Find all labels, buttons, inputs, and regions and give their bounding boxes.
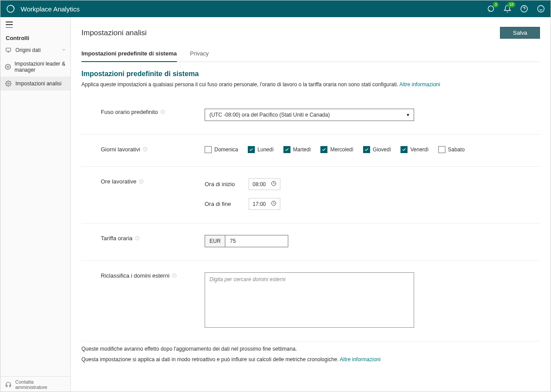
note-line-1: Queste modifiche avranno effetto dopo l'… (81, 346, 540, 352)
start-time-label: Ora di inizio (205, 181, 235, 187)
timezone-label: Fuso orario predefinito (101, 109, 158, 115)
sidebar-section-label: Controlli (0, 32, 70, 43)
day-checkbox[interactable]: Mercoledì (320, 146, 353, 153)
note-line-2: Questa impostazione si applica ai dati i… (81, 356, 338, 363)
info-icon[interactable]: ⓘ (143, 147, 147, 153)
timezone-value: (UTC -08:00) ora del Pacifico (Stati Uni… (209, 112, 330, 118)
day-label: Mercoledì (330, 147, 353, 153)
notifications-icon[interactable]: 18 (503, 4, 512, 13)
headset-icon (5, 381, 12, 388)
svg-point-3 (538, 6, 544, 12)
sidebar-item-impostazioni-analisi[interactable]: Impostazioni analisi (0, 77, 70, 91)
day-checkbox[interactable]: Giovedì (363, 146, 391, 153)
svg-point-1 (521, 6, 528, 12)
checkbox-icon (363, 146, 370, 153)
row-workhours: Ore lavorative ⓘ Ora di inizio 08:00 Ora… (81, 167, 540, 223)
day-checkbox[interactable]: Lunedì (248, 146, 274, 153)
help-icon[interactable] (520, 4, 529, 13)
footer-notes: Queste modifiche avranno effetto dopo l'… (81, 346, 540, 363)
sidebar-item-label: Impostazioni leader & manager (15, 61, 66, 73)
end-time-input[interactable]: 17:00 (249, 198, 280, 210)
sidebar-item-leader-manager[interactable]: Impostazioni leader & manager (0, 57, 70, 77)
end-time-label: Ora di fine (205, 201, 235, 207)
info-icon[interactable]: ⓘ (135, 235, 140, 242)
notifications-badge: 18 (507, 2, 515, 7)
row-reclassify-domains: Riclassifica i domini esterni ⓘ Digita p… (81, 261, 540, 341)
feedback-icon[interactable]: 3 (486, 4, 495, 13)
hourly-rate-input[interactable]: EUR 75 (205, 235, 288, 247)
data-source-icon (5, 47, 12, 54)
chevron-down-icon (62, 47, 66, 53)
rate-value: 75 (225, 235, 288, 247)
day-checkbox[interactable]: Sabato (438, 146, 465, 153)
workdays-label: Giorni lavorativi (101, 146, 140, 153)
tabs: Impostazioni predefinite di sistema Priv… (81, 48, 540, 62)
checkbox-icon (248, 146, 255, 153)
day-label: Sabato (448, 147, 465, 153)
checkbox-icon (283, 146, 290, 153)
sidebar: Controlli Origini dati Impostazioni lead… (0, 17, 71, 392)
app-logo-icon (6, 4, 15, 14)
row-timezone: Fuso orario predefinito ⓘ (UTC -08:00) o… (81, 97, 540, 135)
gear-icon (5, 80, 12, 87)
svg-point-10 (7, 83, 9, 84)
reclassify-textarea[interactable]: Digita per cercare domini esterni (205, 272, 414, 328)
tab-system-defaults[interactable]: Impostazioni predefinite di sistema (81, 48, 177, 62)
page-title: Impostazioni analisi (81, 29, 147, 37)
section-title: Impostazioni predefinite di sistema (81, 70, 540, 78)
tab-privacy[interactable]: Privacy (190, 48, 209, 62)
start-time-input[interactable]: 08:00 (249, 178, 280, 190)
svg-rect-6 (6, 48, 11, 51)
currency-label: EUR (205, 235, 225, 247)
sidebar-item-label: Impostazioni analisi (15, 81, 62, 87)
save-button[interactable]: Salva (500, 27, 540, 39)
app-title: Workplace Analytics (21, 5, 486, 13)
row-workdays: Giorni lavorativi ⓘ DomenicaLunedìMarted… (81, 135, 540, 167)
feedback-badge: 3 (493, 2, 499, 7)
info-icon[interactable]: ⓘ (172, 273, 176, 279)
checkbox-icon (205, 146, 212, 153)
info-icon[interactable]: ⓘ (161, 109, 165, 115)
day-label: Lunedì (257, 147, 274, 153)
more-info-link[interactable]: Altre informazioni (399, 81, 440, 88)
more-info-link[interactable]: Altre informazioni (340, 356, 381, 363)
main-content: Impostazioni analisi Salva Impostazioni … (71, 17, 551, 392)
clock-icon (271, 181, 276, 187)
hamburger-icon[interactable] (6, 22, 13, 28)
checkbox-icon (438, 146, 445, 153)
workhours-label: Ore lavorative (101, 178, 136, 185)
day-label: Giovedì (373, 147, 391, 153)
sidebar-item-label: Origini dati (15, 47, 40, 53)
day-checkbox[interactable]: Domenica (205, 146, 238, 153)
smile-icon[interactable] (536, 4, 545, 13)
app-header: Workplace Analytics 3 18 (0, 0, 551, 17)
row-hourly-rate: Tariffa oraria ⓘ EUR 75 (81, 223, 540, 261)
sidebar-footer-label: Contatta amministratore (15, 379, 66, 390)
section-description: Applica queste impostazioni a qualsiasi … (81, 81, 540, 88)
info-icon[interactable]: ⓘ (139, 179, 143, 185)
timezone-select[interactable]: (UTC -08:00) ora del Pacifico (Stati Uni… (205, 109, 414, 121)
contact-admin-link[interactable]: Contatta amministratore (0, 376, 70, 392)
day-checkbox[interactable]: Martedì (283, 146, 311, 153)
sidebar-item-origini-dati[interactable]: Origini dati (0, 43, 70, 57)
checkbox-icon (400, 146, 408, 153)
clock-icon (271, 201, 276, 207)
day-label: Venerdì (410, 147, 428, 153)
reclassify-label: Riclassifica i domini esterni (101, 272, 169, 279)
gear-icon (5, 63, 11, 70)
checkbox-icon (320, 146, 327, 153)
svg-point-9 (7, 66, 9, 68)
day-checkbox[interactable]: Venerdì (400, 146, 428, 153)
day-label: Martedì (293, 147, 311, 153)
hourly-rate-label: Tariffa oraria (101, 235, 132, 242)
caret-down-icon: ▾ (407, 112, 409, 118)
day-label: Domenica (214, 147, 238, 153)
